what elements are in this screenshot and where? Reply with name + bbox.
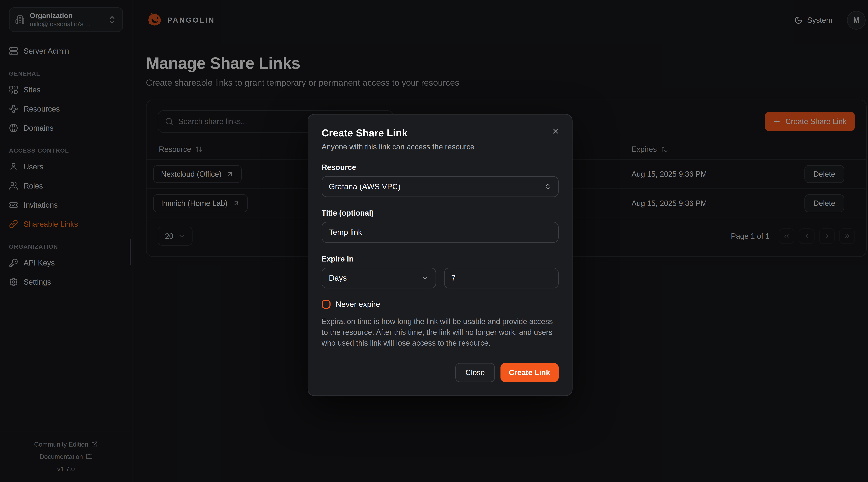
- resource-select[interactable]: Grafana (AWS VPC): [322, 176, 559, 197]
- expire-in-label: Expire In: [322, 255, 559, 263]
- never-expire-checkbox[interactable]: [322, 300, 331, 309]
- close-icon[interactable]: [550, 126, 561, 136]
- chevrons-up-down-icon: [544, 183, 551, 190]
- never-expire-row[interactable]: Never expire: [322, 300, 559, 309]
- chevron-down-icon: [421, 274, 429, 282]
- never-expire-label: Never expire: [336, 300, 380, 309]
- create-share-link-modal: Create Share Link Anyone with this link …: [308, 114, 572, 396]
- expiration-help-text: Expiration time is how long the link wil…: [322, 316, 559, 348]
- title-label: Title (optional): [322, 209, 559, 217]
- title-input[interactable]: [329, 228, 551, 237]
- modal-subtitle: Anyone with this link can access the res…: [322, 142, 559, 151]
- resource-label: Resource: [322, 163, 559, 172]
- expire-value-input[interactable]: [451, 274, 551, 283]
- create-link-button[interactable]: Create Link: [500, 363, 559, 382]
- expire-unit-select[interactable]: Days: [322, 268, 436, 289]
- modal-title: Create Share Link: [322, 127, 559, 139]
- app-root: Organization milo@fossorial.io's ... Ser…: [0, 0, 868, 482]
- close-button[interactable]: Close: [455, 363, 495, 382]
